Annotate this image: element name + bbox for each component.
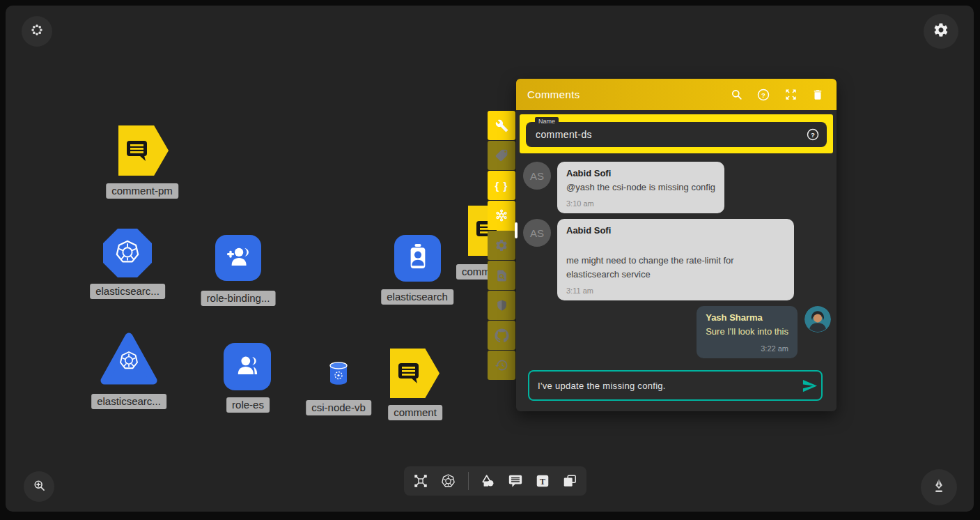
shield-icon	[495, 299, 508, 312]
comment-tool-button[interactable]	[508, 473, 523, 489]
zoom-in-icon	[32, 478, 47, 496]
message-author: Aabid Sofi	[566, 225, 785, 236]
tag-icon	[495, 148, 508, 162]
message-bubble: Aabid Sofi @yash the csi-node is missing…	[557, 162, 724, 213]
node-label: comment	[388, 405, 442, 420]
node-label: elasticsearch	[381, 289, 453, 305]
comment-input[interactable]	[529, 381, 798, 391]
svg-text:?: ?	[811, 131, 815, 139]
schema-tool-button[interactable]	[413, 473, 428, 489]
node-label: elasticsearc...	[91, 394, 166, 409]
github-icon	[495, 328, 509, 343]
node-elasticsearch-ns[interactable]	[103, 229, 152, 277]
node-role-es[interactable]	[224, 343, 271, 390]
tool-inspect[interactable]	[488, 261, 515, 290]
message-text: me might need to change the rate-limit f…	[566, 254, 785, 282]
tool-json[interactable]: { }	[488, 171, 515, 200]
message-text: @yash the csi-node is missing config	[566, 181, 715, 194]
field-help-icon[interactable]: ?	[806, 128, 820, 144]
node-label: csi-node-vb	[306, 400, 371, 415]
svg-text:T: T	[540, 477, 545, 487]
node-role-binding[interactable]	[215, 235, 261, 281]
message-row: AS Aabid Sofi me might need to change th…	[523, 219, 831, 300]
name-field-wrapper: Name ?	[520, 114, 833, 153]
avatar-photo	[804, 306, 831, 332]
node-elasticsearch-tri[interactable]	[99, 330, 159, 389]
pen-nib-icon	[931, 477, 947, 497]
comments-panel-header[interactable]: Comments ?	[516, 79, 837, 110]
tool-configure[interactable]	[488, 111, 515, 140]
help-icon[interactable]: ?	[756, 87, 771, 102]
node-label: comment-pm	[106, 183, 178, 199]
avatar: AS	[523, 162, 551, 190]
gear-icon	[495, 238, 508, 252]
shapes-tool-button[interactable]	[481, 473, 496, 489]
kubernetes-triangle-icon	[99, 379, 159, 391]
tool-history[interactable]	[488, 351, 515, 380]
name-field-label: Name	[535, 117, 559, 125]
node-label: elasticsearc...	[90, 284, 165, 299]
message-time: 3:22 am	[706, 344, 788, 353]
node-csi-node-vb[interactable]	[327, 361, 350, 386]
toolbar-divider	[468, 472, 469, 490]
delete-icon[interactable]	[810, 87, 825, 102]
bottom-toolbar: T	[404, 466, 586, 496]
message-text: Sure I'll look into this	[706, 325, 788, 339]
braces-icon: { }	[495, 180, 508, 192]
message-row: AS Aabid Sofi @yash the csi-node is miss…	[523, 162, 831, 213]
kubernetes-tool-button[interactable]	[440, 473, 456, 489]
message-time: 3:11 am	[566, 286, 785, 295]
search-icon[interactable]	[729, 87, 744, 102]
node-elasticsearch[interactable]	[394, 235, 441, 282]
image-tool-button[interactable]	[562, 473, 577, 489]
role-icon	[232, 350, 263, 383]
pen-tool-button[interactable]	[921, 469, 957, 505]
wrench-icon	[495, 119, 508, 132]
app-logo-button[interactable]	[22, 16, 52, 47]
panel-title: Comments	[527, 89, 580, 100]
history-icon	[495, 358, 508, 372]
comments-panel: Comments ? Name ?	[516, 79, 837, 411]
gear-icon	[933, 22, 949, 41]
service-account-icon	[402, 241, 434, 276]
panel-resize-handle[interactable]	[515, 222, 518, 238]
role-binding-icon	[223, 241, 254, 275]
message-bubble: Aabid Sofi me might need to change the r…	[557, 219, 794, 300]
message-author: Yash Sharma	[706, 312, 788, 323]
message-list[interactable]: AS Aabid Sofi @yash the csi-node is miss…	[516, 156, 837, 365]
tool-security[interactable]	[488, 291, 515, 320]
message-time: 3:10 am	[566, 199, 715, 208]
avatar: AS	[523, 219, 551, 247]
app-window: comment-pm elasticsearc...	[0, 0, 980, 520]
send-button[interactable]	[798, 378, 821, 394]
comment-composer	[528, 370, 823, 401]
node-label: role-binding...	[201, 291, 276, 306]
storage-cylinder-icon	[327, 376, 350, 388]
text-tool-button[interactable]: T	[535, 473, 550, 489]
name-input[interactable]	[526, 129, 827, 140]
expand-icon[interactable]	[783, 87, 798, 102]
message-bubble: Yash Sharma Sure I'll look into this 3:2…	[697, 306, 798, 358]
tool-github[interactable]	[488, 321, 515, 350]
doc-search-icon	[495, 269, 508, 282]
settings-button[interactable]	[924, 14, 958, 49]
message-row: Yash Sharma Sure I'll look into this 3:2…	[523, 306, 831, 358]
tool-mesh[interactable]	[488, 201, 515, 230]
side-toolbar: { }	[488, 111, 515, 381]
zoom-button[interactable]	[24, 471, 54, 502]
tool-settings[interactable]	[488, 231, 515, 260]
svg-text:?: ?	[761, 91, 765, 98]
message-author: Aabid Sofi	[566, 168, 715, 178]
tool-tags[interactable]	[488, 141, 515, 170]
node-label: role-es	[226, 397, 270, 413]
meshery-logo-icon	[30, 23, 44, 40]
hub-icon	[494, 208, 509, 223]
